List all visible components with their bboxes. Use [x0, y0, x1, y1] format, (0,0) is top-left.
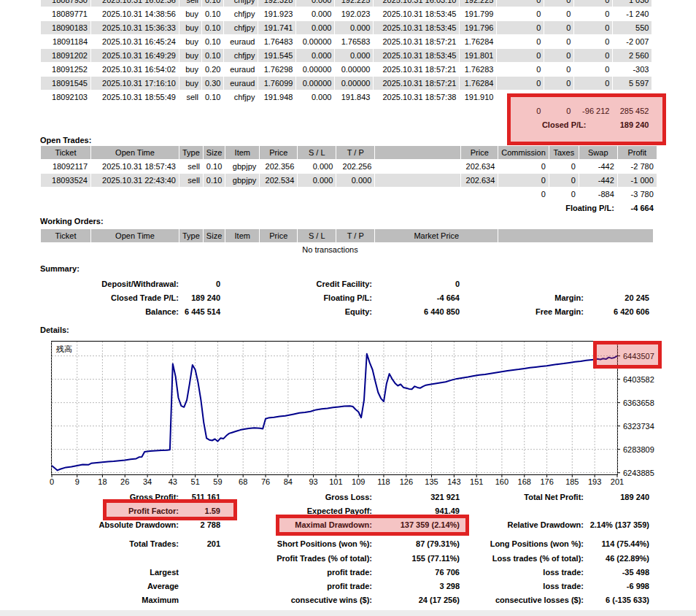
table-row: 180921032025.10.31 18:55:49sell0.10chfjp…: [41, 91, 651, 104]
table-cell: 2025.10.31 18:53:45: [374, 21, 459, 34]
stat-row: Closed Trade P/L:189 240Floating P/L:-4 …: [40, 291, 649, 305]
working-orders-section: TicketOpen TimeTypeSizeItemPriceS / LT /…: [40, 228, 654, 243]
stat-value: 3 298: [372, 580, 460, 593]
stat-value: [179, 580, 220, 593]
table-cell: euraud: [224, 35, 258, 48]
column-header: Profit: [618, 146, 657, 159]
table-cell: buy: [179, 35, 201, 48]
table-cell: 191.545: [258, 49, 295, 62]
table-cell: 1.76099: [258, 77, 295, 90]
table-cell: -2 780: [618, 160, 657, 173]
table-cell: 0.10: [202, 49, 223, 62]
stat-label: Gross Loss:: [220, 490, 372, 504]
table-cell: 0: [544, 7, 573, 20]
table-cell: 2025.10.31 18:57:43: [91, 160, 179, 173]
column-header: Market Price: [375, 229, 498, 242]
stat-value: 6 440 850: [372, 305, 460, 319]
stat-value: 155 (77.11%): [372, 552, 460, 566]
table-cell: 1.76583: [335, 35, 373, 48]
table-row: 180915452025.10.31 17:16:10buy0.30euraud…: [41, 77, 651, 90]
table-cell: gbpjpy: [225, 174, 259, 187]
table-cell: 0.000: [296, 49, 334, 62]
table-cell: 191.741: [258, 21, 295, 34]
table-cell: 18087930: [41, 0, 90, 7]
stat-value: 189 240: [584, 490, 649, 504]
stat-row: Largestprofit trade:76 706loss trade:-35…: [40, 566, 649, 580]
closed-pl-value: 189 240: [613, 118, 651, 131]
x-tick-label: 93: [309, 477, 317, 486]
table-cell: 18091252: [41, 63, 90, 76]
stat-label: Long Positions (won %):: [460, 537, 584, 551]
stat-label: Profit Trades (% of total):: [220, 552, 372, 566]
table-cell: 0: [544, 63, 573, 76]
table-cell: [574, 91, 612, 104]
stat-label: Maximum: [40, 593, 179, 607]
table-cell: 0: [549, 160, 579, 173]
table-cell: 192.225: [460, 0, 496, 7]
table-cell: sell: [179, 91, 201, 104]
x-tick-label: 118: [377, 477, 390, 486]
stat-value: -4 664: [372, 291, 460, 305]
stat-value: 20 245: [584, 291, 649, 305]
stat-label: [460, 504, 584, 518]
table-cell: 0.000: [336, 174, 374, 187]
x-tick-label: 109: [352, 477, 365, 486]
stat-value: 46 (22.89%): [584, 552, 649, 566]
totals-swap: -96 212: [574, 104, 612, 118]
table-cell: 0.00000: [296, 77, 334, 90]
y-tick-label: 6243885: [623, 469, 654, 477]
balance-line: [52, 354, 617, 471]
table-cell: 0.10: [202, 0, 223, 7]
table-cell: 2025.10.31 18:55:49: [91, 91, 179, 104]
column-header: Price: [461, 146, 498, 159]
stat-label: Floating P/L:: [220, 291, 372, 305]
table-cell: buy: [179, 7, 201, 20]
working-orders-table: TicketOpen TimeTypeSizeItemPriceS / LT /…: [40, 228, 654, 243]
stat-value: [179, 593, 220, 607]
x-tick-label: 26: [120, 477, 129, 486]
totals-taxes: 0: [544, 104, 573, 118]
column-header: S / L: [298, 146, 336, 159]
column-header: Price: [260, 229, 297, 242]
table-row: 180912022025.10.31 16:49:29buy0.10chfjpy…: [41, 49, 651, 62]
column-header: Ticket: [41, 146, 90, 159]
column-header: Size: [204, 146, 225, 159]
table-cell: 191.910: [460, 91, 496, 104]
table-cell: 0: [497, 35, 544, 48]
table-cell: 0: [497, 21, 544, 34]
table-cell: buy: [179, 49, 201, 62]
open-trades-table: TicketOpen TimeTypeSizeItemPriceS / LT /…: [40, 145, 657, 215]
table-cell: 202.634: [461, 174, 498, 187]
table-cell: 2025.10.31 17:16:10: [91, 77, 179, 90]
column-header: Open Time: [91, 146, 179, 159]
table-cell: 0: [544, 49, 573, 62]
floating-pl-row: Floating P/L: -4 664: [41, 201, 657, 215]
table-cell: 0.10: [204, 174, 225, 187]
table-cell: 191.948: [258, 91, 295, 104]
stat-value: 201: [179, 537, 220, 551]
stat-row: Total Trades:201Short Positions (won %):…: [40, 537, 649, 551]
table-cell: 0.000: [298, 160, 336, 173]
table-cell: buy: [179, 77, 201, 90]
stat-row: Gross Profit:511 161Gross Loss:321 921To…: [40, 490, 649, 504]
stat-value: 76 706: [372, 566, 460, 580]
summary-grid: Deposit/Withdrawal:0Credit Facility:0Clo…: [40, 277, 649, 319]
x-tick-label: 51: [191, 477, 200, 486]
x-tick-label: 143: [447, 477, 460, 486]
stat-label: loss trade:: [460, 566, 584, 580]
table-cell: 192.328: [258, 0, 295, 7]
x-tick-label: 59: [213, 477, 222, 486]
stat-row: Balance:6 445 514Equity:6 440 850Free Ma…: [40, 305, 649, 319]
stat-row: Profit Trades (% of total):155 (77.11%)L…: [40, 552, 649, 566]
table-cell: [544, 91, 573, 104]
table-cell: 0.000: [298, 174, 336, 187]
table-cell: buy: [179, 21, 201, 34]
stat-label: Credit Facility:: [220, 277, 372, 291]
stat-label: Total Trades:: [40, 537, 179, 551]
stat-label: Closed Trade P/L:: [40, 291, 179, 305]
table-cell: 1.76283: [460, 63, 496, 76]
stat-value: 1.59: [179, 504, 220, 518]
table-cell: 192.225: [335, 0, 373, 7]
table-cell: 2025.10.31 16:03:10: [374, 0, 459, 7]
x-tick-label: 201: [611, 477, 624, 486]
